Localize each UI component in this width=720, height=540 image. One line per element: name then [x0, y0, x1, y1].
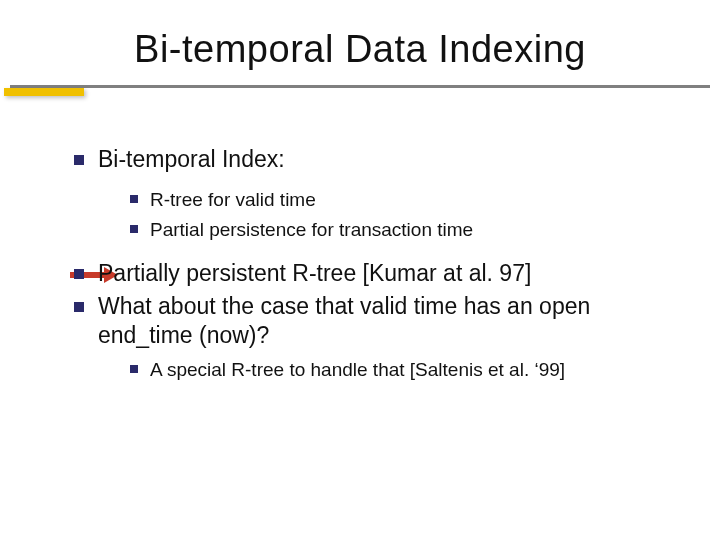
sub-bullet-text: R-tree for valid time — [150, 189, 316, 210]
slide-body: Bi-temporal Index: R-tree for valid time… — [0, 89, 720, 381]
sub-bullet-text: Partial persistence for transaction time — [150, 219, 473, 240]
bullet-text: What about the case that valid time has … — [98, 293, 590, 348]
bullet-heading-text: Bi-temporal Index: — [98, 146, 285, 172]
slide: Bi-temporal Data Indexing Bi-temporal In… — [0, 0, 720, 540]
bullet-text: Partially persistent R-tree [Kumar at al… — [98, 260, 531, 286]
sub-bullets-1: R-tree for valid time Partial persistenc… — [150, 188, 680, 242]
divider-line — [10, 85, 710, 88]
title-divider — [10, 85, 710, 89]
bullet-point: Partially persistent R-tree [Kumar at al… — [98, 259, 680, 288]
sub-bullet: A special R-tree to handle that [Salteni… — [150, 358, 680, 382]
bullet-point: What about the case that valid time has … — [98, 292, 680, 350]
divider-accent — [4, 88, 84, 96]
sub-bullet: R-tree for valid time — [150, 188, 680, 212]
bullet-heading: Bi-temporal Index: — [98, 145, 680, 174]
slide-title: Bi-temporal Data Indexing — [0, 28, 720, 71]
sub-bullet-text: A special R-tree to handle that [Salteni… — [150, 359, 565, 380]
bullet-group-2: Partially persistent R-tree [Kumar at al… — [40, 259, 680, 381]
sub-bullets-2: A special R-tree to handle that [Salteni… — [150, 358, 680, 382]
sub-bullet: Partial persistence for transaction time — [150, 218, 680, 242]
